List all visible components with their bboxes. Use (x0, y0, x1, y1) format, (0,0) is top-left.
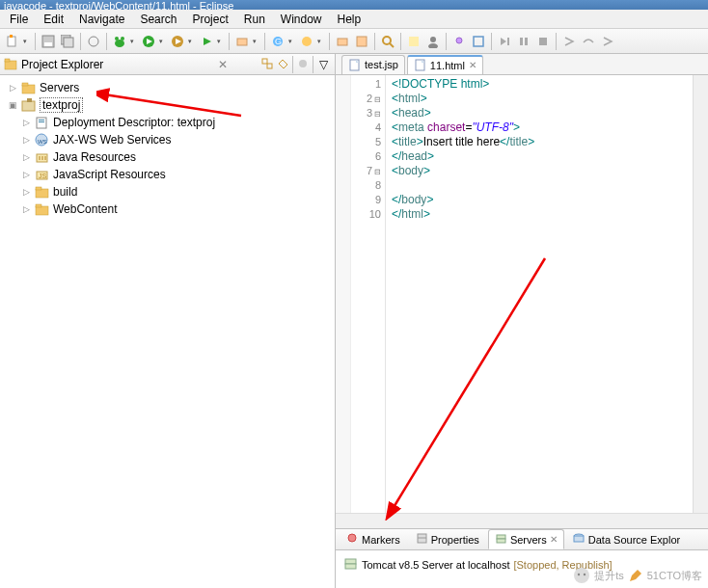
tree-node-build[interactable]: ▷build (0, 183, 335, 200)
jres-icon (35, 150, 49, 165)
svg-rect-27 (474, 37, 483, 46)
debug-skip-button[interactable] (85, 33, 102, 50)
link-editor-button[interactable] (275, 57, 290, 72)
run-last-button[interactable] (198, 33, 215, 50)
toggle-mark-button[interactable] (405, 33, 422, 50)
focus-task-button[interactable] (295, 57, 311, 72)
debug-resume-button[interactable] (496, 33, 513, 50)
new-dropdown[interactable]: ▾ (23, 38, 31, 45)
step-return-button[interactable] (599, 33, 616, 50)
open-type-button[interactable] (334, 33, 351, 50)
menu-project[interactable]: Project (184, 11, 235, 28)
expand-toggle[interactable]: ▷ (8, 83, 17, 93)
expand-toggle[interactable]: ▣ (8, 100, 17, 110)
tree-label[interactable]: build (53, 185, 77, 199)
tree-node-java-resources[interactable]: ▷Java Resources (0, 148, 335, 166)
expand-toggle[interactable]: ▷ (21, 170, 31, 179)
debug-suspend-button[interactable] (515, 33, 532, 50)
bottom-tab-markers[interactable]: Markers (340, 529, 407, 549)
expand-toggle[interactable]: ▷ (21, 204, 31, 214)
menu-edit[interactable]: Edit (36, 11, 71, 28)
coverage-button[interactable] (169, 33, 186, 50)
expand-toggle[interactable]: ▷ (21, 135, 31, 145)
tree-label[interactable]: textproj (40, 97, 83, 113)
menu-run[interactable]: Run (236, 11, 273, 28)
tree-label[interactable]: WebContent (53, 202, 118, 216)
tree-node-javascript-resources[interactable]: ▷JSJavaScript Resources (0, 166, 335, 183)
svg-rect-52 (36, 206, 48, 215)
svg-rect-43 (39, 120, 44, 120)
file-icon (414, 59, 426, 71)
tree-label[interactable]: JAX-WS Web Services (53, 133, 171, 147)
svg-rect-64 (574, 536, 584, 542)
svg-point-24 (430, 37, 436, 42)
tree-label[interactable]: Java Resources (53, 150, 136, 164)
menu-search[interactable]: Search (132, 11, 184, 28)
new-server-button[interactable] (233, 33, 251, 50)
code-area[interactable]: <!DOCTYPE html><html><head><meta charset… (386, 75, 693, 513)
folder-icon (35, 185, 49, 200)
expand-toggle[interactable]: ▷ (21, 118, 31, 127)
close-tab[interactable]: ✕ (550, 534, 558, 545)
svg-point-72 (578, 574, 580, 575)
editor-tab-11-html[interactable]: 11.html✕ (407, 55, 483, 74)
svg-rect-15 (237, 39, 247, 45)
svg-rect-30 (520, 38, 523, 45)
watermark: 提升ts 51CTO博客 (573, 567, 702, 584)
expand-toggle[interactable]: ▷ (21, 187, 31, 197)
new-wizard-button[interactable]: G (269, 33, 286, 50)
bottom-tab-data-source-explor[interactable]: Data Source Explor (566, 529, 687, 549)
svg-rect-41 (27, 98, 32, 102)
user-button[interactable] (424, 33, 442, 50)
svg-rect-19 (338, 39, 347, 45)
tree-label[interactable]: JavaScript Resources (53, 168, 166, 181)
tree-node-servers[interactable]: ▷Servers (0, 79, 335, 96)
dd-icon (35, 116, 49, 130)
open-task-button[interactable] (353, 33, 370, 50)
tree-node-textproj[interactable]: ▣textproj (0, 96, 335, 114)
svg-rect-42 (37, 118, 46, 128)
new-button[interactable] (4, 33, 21, 50)
pin-button[interactable] (450, 33, 468, 50)
menu-help[interactable]: Help (330, 11, 369, 28)
tree-node-deployment-descriptor-textproj[interactable]: ▷Deployment Descriptor: textproj (0, 114, 335, 131)
close-view-button[interactable]: ✕ (215, 57, 231, 72)
tree-label[interactable]: Servers (40, 81, 79, 94)
folder-icon (35, 202, 49, 217)
debug-terminate-button[interactable] (534, 33, 552, 50)
run-button[interactable] (140, 33, 157, 50)
new-package-button[interactable] (298, 33, 315, 50)
collapse-all-button[interactable] (259, 57, 275, 72)
refresh-button[interactable] (470, 33, 487, 50)
server-name[interactable]: Tomcat v8.5 Server at localhost (362, 559, 509, 571)
tab-label: 11.html (430, 60, 465, 71)
menu-window[interactable]: Window (273, 11, 330, 28)
editor-tab-test-jsp[interactable]: test.jsp (341, 55, 405, 74)
tree-label[interactable]: Deployment Descriptor: textproj (53, 116, 215, 129)
tab-label: Properties (431, 534, 479, 546)
svg-rect-34 (5, 59, 10, 62)
tree-node-webcontent[interactable]: ▷WebContent (0, 200, 335, 218)
search-button[interactable] (379, 33, 396, 50)
view-menu-button[interactable]: ▽ (315, 57, 331, 72)
step-into-button[interactable] (560, 33, 578, 50)
bottom-tab-properties[interactable]: Properties (409, 529, 486, 549)
step-over-button[interactable] (580, 33, 597, 50)
close-tab[interactable]: ✕ (469, 60, 477, 70)
svg-marker-74 (630, 570, 641, 581)
save-button[interactable] (40, 33, 57, 50)
code-editor[interactable]: 12⊟3⊟4567⊟8910 <!DOCTYPE html><html><hea… (336, 75, 708, 513)
svg-text:G: G (275, 37, 282, 46)
tree-node-jax-ws-web-services[interactable]: ▷wsJAX-WS Web Services (0, 131, 335, 148)
horizontal-scrollbar[interactable] (336, 513, 708, 528)
vertical-scrollbar[interactable] (693, 75, 708, 513)
explorer-icon (4, 58, 17, 71)
bottom-tab-servers[interactable]: Servers ✕ (488, 529, 564, 549)
svg-point-6 (89, 37, 98, 46)
save-all-button[interactable] (59, 33, 76, 50)
menu-file[interactable]: File (2, 11, 36, 28)
menu-navigate[interactable]: Navigate (71, 11, 132, 28)
expand-toggle[interactable]: ▷ (21, 152, 31, 162)
debug-button[interactable] (111, 33, 128, 50)
project-explorer-title: Project Explorer (21, 58, 215, 71)
